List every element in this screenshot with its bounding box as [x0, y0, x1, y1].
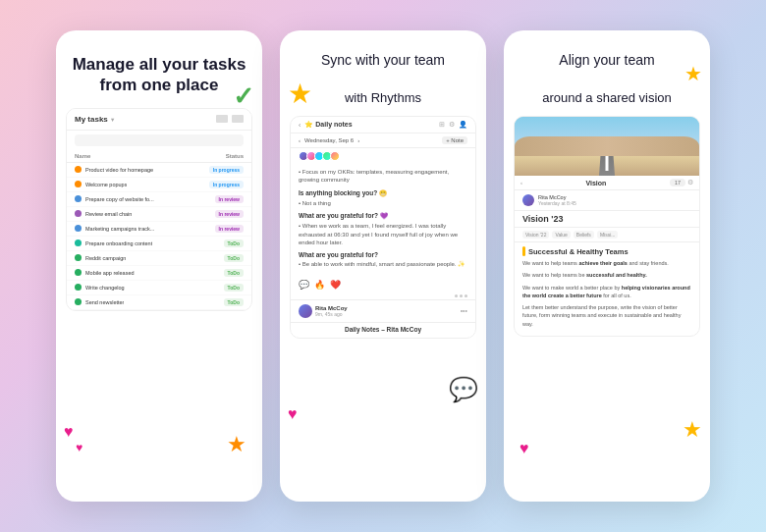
star-decoration-vision: ★ — [684, 62, 702, 85]
vision-more-icon: ⚙ — [687, 179, 693, 186]
vision-nav-bar: ‹ Vision 17 ⚙ — [515, 176, 699, 190]
task-row: Welcome popups In progress — [67, 178, 251, 192]
star-decoration-1: ★ — [227, 432, 246, 457]
vision-badge: 17 — [670, 179, 685, 186]
task-name-text: Product video for homepage — [85, 167, 153, 173]
task-status-badge: In review — [215, 225, 244, 233]
rhythms-top-bar: ‹ ⭐ Daily notes ⊞ ⚙ 👤 — [291, 117, 475, 133]
daily-notes-label: ⭐ Daily notes — [304, 121, 435, 129]
vision-nav-title: Vision — [522, 180, 670, 186]
task-status-badge: ToDo — [224, 254, 244, 262]
comment-icon: 💬 — [299, 280, 309, 290]
vision-tag: Beliefs — [574, 231, 594, 239]
tasks-header-icons — [216, 115, 244, 123]
star-decoration-vision-bottom: ★ — [683, 417, 702, 443]
task-name-cell: Send newsletter — [75, 298, 124, 305]
tasks-card: Manage all your tasks from one place My … — [56, 30, 262, 502]
task-row: Prepare copy of website fo... In review — [67, 192, 251, 207]
vision-card: Align your team around a shared vision ‹… — [504, 30, 710, 502]
task-status-dot — [75, 195, 82, 202]
task-name-cell: Marketing campaigns track... — [75, 225, 154, 232]
task-name-text: Prepare onboarding content — [85, 240, 152, 246]
add-note-button[interactable]: + Note — [442, 136, 467, 144]
task-status-badge: In progress — [209, 181, 244, 188]
vision-tag: Value — [552, 231, 570, 239]
task-name-text: Welcome popups — [85, 182, 127, 187]
daily-notes-title: Daily Notes – Rita McCoy — [345, 326, 421, 333]
task-status-dot — [75, 225, 82, 232]
vision-paragraph: Let them better understand the purpose, … — [522, 303, 691, 328]
heart-decoration-rhythms: ♥ — [288, 405, 298, 423]
task-status-dot — [75, 239, 82, 246]
task-name-cell: Prepare onboarding content — [75, 239, 152, 246]
vision-user-avatar — [522, 194, 534, 206]
tasks-list: Product video for homepage In progress W… — [67, 163, 251, 310]
vision-card-title: Align your team around a shared vision — [520, 52, 694, 106]
task-name-cell: Write changelog — [75, 284, 125, 291]
user-icon: 👤 — [459, 121, 467, 129]
task-name-text: Review email chain — [85, 211, 132, 217]
star-decoration-top: ★ — [288, 78, 312, 110]
vision-tag: Vision '22 — [522, 231, 549, 239]
rhythms-footer: Rita McCoy 9m, 45s ago ••• — [291, 299, 475, 322]
vision-paragraph: We want to make world a better place by … — [522, 284, 691, 300]
task-name-text: Mobile app released — [85, 270, 135, 276]
vision-paragraph: We want to help teams be successful and … — [522, 271, 691, 279]
rhythms-section-1: • Focus on my OKRs: templates, measuring… — [299, 168, 467, 185]
checkmark-decoration: ✓ — [233, 81, 254, 112]
tasks-header-label: My tasks ▾ — [75, 115, 114, 124]
rhythms-q-grateful1: What are you grateful for? 💜 — [299, 212, 467, 220]
task-row: Reddit campaign ToDo — [67, 251, 251, 266]
task-name-text: Write changelog — [85, 285, 125, 291]
task-row: Review email chain In review — [67, 207, 251, 222]
footer-title: Daily Notes – Rita McCoy — [291, 322, 475, 338]
task-status-dot — [75, 210, 82, 217]
fire-icon: 🔥 — [314, 280, 325, 290]
heart-decoration-1: ♥ — [64, 423, 74, 441]
rhythms-a-blocking: • Not a thing — [299, 199, 467, 207]
rhythms-q-grateful2: What are you grateful for? — [299, 251, 467, 258]
footer-avatar — [299, 304, 312, 318]
more-dots — [291, 293, 475, 299]
task-name-cell: Mobile app released — [75, 269, 135, 276]
task-status-badge: ToDo — [224, 269, 244, 277]
task-status-badge: ToDo — [224, 298, 244, 306]
heart-decoration-vision: ♥ — [520, 440, 529, 457]
task-row: Marketing campaigns track... In review — [67, 222, 251, 237]
task-name-cell: Prepare copy of website fo... — [75, 195, 154, 202]
more-icon — [232, 115, 244, 123]
task-status-badge: ToDo — [224, 239, 244, 247]
prev-date-icon: ‹ — [299, 137, 301, 143]
footer-username: Rita McCoy — [315, 305, 348, 311]
vision-document-title: Vision '23 — [515, 211, 699, 228]
vision-user-info: Rita McCoy Yesterday at 8:45 — [538, 194, 576, 206]
task-status-badge: ToDo — [224, 284, 244, 292]
rhythms-date-bar: ‹ Wednesday, Sep 6 › + Note — [291, 133, 475, 148]
next-date-icon: › — [357, 137, 359, 143]
footer-timestamp: 9m, 45s ago — [315, 311, 348, 317]
back-arrow-icon: ‹ — [299, 122, 301, 129]
vision-user-row: Rita McCoy Yesterday at 8:45 — [515, 190, 699, 211]
tasks-list-header: My tasks ▾ — [67, 109, 251, 131]
vision-card-header: Align your team around a shared vision — [504, 30, 710, 116]
tasks-columns-header: Name Status — [67, 150, 251, 163]
task-row: Write changelog ToDo — [67, 281, 251, 295]
task-row: Product video for homepage In progress — [67, 163, 251, 178]
vision-content: Successful & Healthy Teams We want to he… — [515, 242, 699, 336]
task-row: Send newsletter ToDo — [67, 295, 251, 310]
tasks-search-bar[interactable] — [75, 134, 244, 146]
tasks-list-ui: My tasks ▾ Name Status Product video for… — [66, 108, 252, 311]
col-name-label: Name — [75, 153, 90, 159]
task-row: Mobile app released ToDo — [67, 266, 251, 281]
rhythms-content: • Focus on my OKRs: templates, measuring… — [291, 164, 475, 278]
tasks-header-text: My tasks — [75, 115, 108, 124]
task-name-text: Send newsletter — [85, 299, 124, 305]
task-name-cell: Review email chain — [75, 210, 132, 217]
chevron-icon: ▾ — [111, 116, 114, 123]
reaction-emojis: 💬 🔥 ❤️ — [291, 278, 475, 293]
heart-decoration-2: ♥ — [76, 441, 82, 454]
task-name-text: Marketing campaigns track... — [85, 226, 154, 232]
section-title-text: Successful & Healthy Teams — [528, 247, 629, 256]
task-status-badge: In review — [215, 210, 244, 218]
rhythms-focus-text: • Focus on my OKRs: templates, measuring… — [299, 168, 467, 185]
